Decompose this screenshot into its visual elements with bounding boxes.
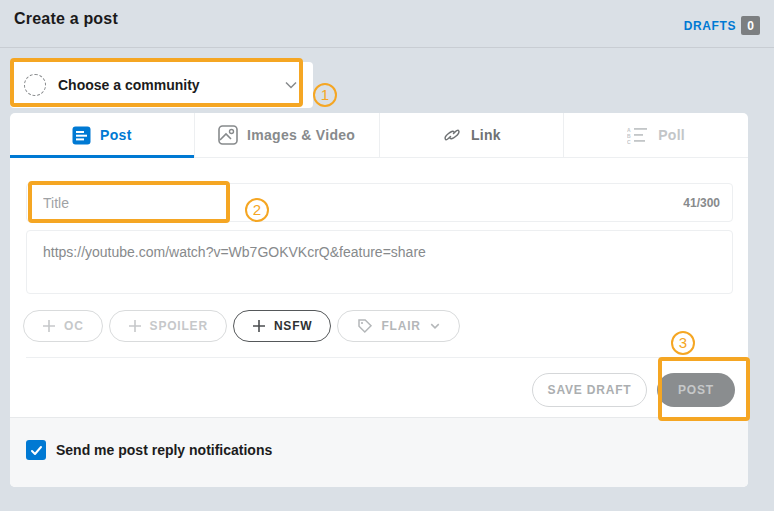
post-form-card: Post Images & Video Link A [10, 113, 748, 487]
tab-link-label: Link [471, 127, 501, 143]
tab-poll[interactable]: A B C Poll [564, 113, 748, 157]
action-button-row: SAVE DRAFT POST [532, 373, 735, 407]
oc-button[interactable]: OC [23, 310, 103, 342]
step-marker-1: 1 [313, 83, 337, 107]
poll-icon: A B C [627, 125, 649, 145]
tab-post[interactable]: Post [10, 113, 195, 157]
flair-button-label: FLAIR [381, 319, 420, 333]
nsfw-button[interactable]: NSFW [233, 310, 332, 342]
community-selector-label: Choose a community [58, 77, 283, 93]
notification-footer: Send me post reply notifications [10, 417, 748, 487]
tab-images-video[interactable]: Images & Video [195, 113, 380, 157]
plus-icon [252, 319, 266, 333]
save-draft-button[interactable]: SAVE DRAFT [532, 373, 647, 407]
post-type-tabs: Post Images & Video Link A [10, 113, 748, 158]
svg-text:C: C [627, 139, 631, 145]
link-icon [442, 125, 462, 145]
chevron-down-icon [283, 77, 299, 93]
oc-button-label: OC [64, 319, 84, 333]
image-icon [218, 125, 238, 145]
community-placeholder-icon [24, 74, 46, 96]
create-post-page: Create a post DRAFTS 0 Choose a communit… [0, 0, 774, 511]
plus-icon [128, 319, 142, 333]
title-input[interactable] [43, 195, 675, 211]
drafts-count-badge: 0 [741, 16, 760, 35]
tab-link[interactable]: Link [380, 113, 565, 157]
reply-notifications-label: Send me post reply notifications [56, 442, 272, 458]
tab-poll-label: Poll [658, 127, 685, 143]
reply-notifications-checkbox[interactable] [26, 440, 46, 460]
drafts-label: DRAFTS [684, 19, 736, 33]
post-body-textarea[interactable]: https://youtube.com/watch?v=Wb7GOKVKcrQ&… [26, 230, 733, 294]
post-button[interactable]: POST [657, 373, 735, 407]
drafts-button[interactable]: DRAFTS 0 [684, 16, 760, 35]
tab-images-video-label: Images & Video [247, 127, 355, 143]
checkmark-icon [30, 444, 43, 457]
plus-icon [42, 319, 56, 333]
page-title: Create a post [14, 10, 118, 28]
nsfw-button-label: NSFW [274, 319, 313, 333]
tag-button-row: OC SPOILER NSFW FLAIR [23, 310, 460, 342]
spoiler-button-label: SPOILER [150, 319, 208, 333]
header-divider [0, 47, 774, 48]
flair-tag-icon [356, 318, 373, 335]
title-char-counter: 41/300 [683, 196, 720, 210]
title-field: 41/300 [26, 183, 733, 222]
text-post-icon [72, 126, 91, 145]
community-selector[interactable]: Choose a community [10, 62, 313, 108]
chevron-down-icon [429, 320, 441, 332]
tab-post-label: Post [100, 127, 132, 143]
spoiler-button[interactable]: SPOILER [109, 310, 227, 342]
flair-button[interactable]: FLAIR [337, 310, 459, 342]
actions-divider [26, 357, 733, 358]
